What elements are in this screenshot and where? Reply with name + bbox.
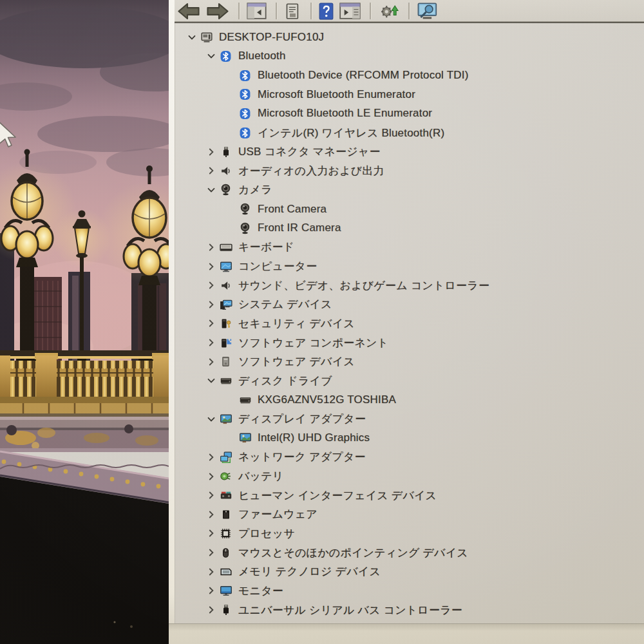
tree-item-label: ソフトウェア デバイス (238, 354, 355, 369)
security-key-icon (219, 317, 232, 330)
chevron-spacer (223, 431, 238, 444)
chevron-spacer (223, 393, 238, 406)
tree-item-label: コンピューター (238, 259, 317, 274)
window-left-pane-icon (247, 3, 267, 19)
chevron-right-icon[interactable] (204, 584, 219, 597)
bluetooth-icon (238, 107, 252, 120)
document-icon (284, 3, 301, 20)
update-driver-button[interactable] (378, 1, 399, 21)
toolbar-separator (408, 3, 410, 19)
bluetooth-icon (238, 69, 252, 82)
tree-item-microsoft-bluetooth-enumerator[interactable]: Microsoft Bluetooth Enumerator (175, 85, 644, 104)
chevron-down-icon[interactable] (184, 31, 200, 44)
chevron-right-icon[interactable] (204, 355, 219, 368)
bluetooth-icon (238, 88, 252, 101)
display-adapter-icon (219, 413, 232, 426)
chevron-spacer (223, 88, 238, 101)
tree-item-computer[interactable]: コンピューター (175, 257, 644, 276)
chevron-right-icon[interactable] (204, 565, 219, 578)
chevron-spacer (223, 222, 238, 234)
tree-item-universal-serial-bus-controllers[interactable]: ユニバーサル シリアル バス コントローラー (175, 600, 644, 620)
chevron-right-icon[interactable] (204, 336, 219, 349)
action-pane-button[interactable] (339, 1, 361, 21)
tree-item-batteries[interactable]: バッテリ (175, 467, 644, 486)
tree-item-processors[interactable]: プロセッサ (175, 524, 644, 544)
back-button[interactable] (177, 1, 200, 21)
tree-item-label: ヒューマン インターフェイス デバイス (238, 488, 437, 503)
tree-item-label: オーディオの入力および出力 (238, 164, 384, 178)
tree-item-intel-uhd-graphics[interactable]: Intel(R) UHD Graphics (175, 428, 644, 448)
chevron-right-icon[interactable] (204, 508, 219, 521)
memory-card-icon (219, 565, 232, 578)
tree-item-sound-video-game-controllers[interactable]: サウンド、ビデオ、およびゲーム コントローラー (175, 276, 644, 295)
help-button[interactable] (319, 1, 334, 21)
tree-item-disk-drives[interactable]: ディスク ドライブ (175, 372, 644, 391)
chevron-right-icon[interactable] (204, 260, 219, 273)
chevron-down-icon[interactable] (204, 184, 219, 196)
chevron-spacer (223, 126, 238, 139)
properties-button[interactable] (284, 1, 301, 21)
console-tree-button[interactable] (247, 1, 267, 21)
chevron-down-icon[interactable] (204, 374, 219, 387)
tree-item-label: バッテリ (238, 469, 283, 484)
chevron-spacer (223, 69, 238, 82)
tree-item-label: DESKTOP-FUFO10J (219, 31, 324, 44)
chevron-right-icon[interactable] (204, 241, 219, 254)
chevron-right-icon[interactable] (204, 146, 219, 158)
chevron-right-icon[interactable] (204, 164, 219, 177)
chevron-right-icon[interactable] (204, 279, 219, 292)
chevron-right-icon[interactable] (204, 451, 219, 464)
tree-item-human-interface-devices[interactable]: ヒューマン インターフェイス デバイス (175, 486, 644, 505)
chevron-right-icon[interactable] (204, 546, 219, 559)
tree-item-software-components[interactable]: ソフトウェア コンポーネント (175, 333, 644, 352)
tree-item-usb-connector-manager[interactable]: USB コネクタ マネージャー (175, 142, 644, 162)
tree-item-label: Front IR Camera (258, 222, 341, 234)
tree-item-microsoft-bluetooth-le-enumerator[interactable]: Microsoft Bluetooth LE Enumerator (175, 104, 644, 124)
tree-item-label: サウンド、ビデオ、およびゲーム コントローラー (238, 278, 489, 293)
webcam-icon (219, 184, 232, 196)
firmware-chip-icon (219, 508, 232, 521)
tree-item-bluetooth-device-rfcomm[interactable]: Bluetooth Device (RFCOMM Protocol TDI) (175, 66, 644, 85)
tree-item-monitors[interactable]: モニター (175, 582, 644, 601)
chevron-down-icon[interactable] (204, 413, 219, 426)
bluetooth-icon (238, 126, 252, 139)
hid-icon (219, 489, 232, 502)
tree-item-front-camera[interactable]: Front Camera (175, 200, 644, 219)
disk-drive-icon (219, 374, 232, 387)
tree-item-memory-technology-devices[interactable]: メモリ テクノロジ デバイス (175, 562, 644, 582)
tree-item-label: システム デバイス (238, 297, 332, 312)
device-manager-toolbar (175, 0, 644, 22)
tree-item-software-devices[interactable]: ソフトウェア デバイス (175, 352, 644, 372)
tree-item-label: Microsoft Bluetooth Enumerator (258, 88, 415, 101)
forward-arrow-icon (206, 3, 229, 20)
scan-hardware-button[interactable] (417, 1, 439, 21)
gear-green-arrow-icon (378, 2, 399, 20)
speaker-icon (219, 164, 232, 177)
tree-item-keyboard[interactable]: キーボード (175, 238, 644, 257)
chevron-right-icon[interactable] (204, 527, 219, 540)
tree-item-mice-pointing-devices[interactable]: マウスとそのほかのポインティング デバイス (175, 543, 644, 562)
tree-item-bluetooth[interactable]: Bluetooth (175, 47, 644, 66)
tree-item-network-adapters[interactable]: ネットワーク アダプター (175, 448, 644, 467)
chevron-down-icon[interactable] (204, 50, 219, 62)
chevron-right-icon[interactable] (204, 317, 219, 330)
tree-item-label: Bluetooth (238, 50, 286, 62)
chevron-right-icon[interactable] (204, 489, 219, 502)
tree-item-audio-inputs-outputs[interactable]: オーディオの入力および出力 (175, 161, 644, 180)
tree-item-intel-wireless-bluetooth[interactable]: インテル(R) ワイヤレス Bluetooth(R) (175, 123, 644, 142)
tree-item-kxg6aznv512g-toshiba[interactable]: KXG6AZNV512G TOSHIBA (175, 390, 644, 410)
chevron-right-icon[interactable] (204, 298, 219, 311)
tree-item-security-devices[interactable]: セキュリティ デバイス (175, 314, 644, 334)
window-right-pane-icon (339, 3, 361, 19)
tree-item-system-devices[interactable]: システム デバイス (175, 295, 644, 314)
tree-item-camera[interactable]: カメラ (175, 180, 644, 200)
tree-item-firmware[interactable]: ファームウェア (175, 505, 644, 524)
tree-item-display-adapters[interactable]: ディスプレイ アダプター (175, 410, 644, 429)
tree-item-front-ir-camera[interactable]: Front IR Camera (175, 218, 644, 238)
tree-item-label: マウスとそのほかのポインティング デバイス (238, 545, 468, 560)
chevron-right-icon[interactable] (204, 603, 219, 616)
chevron-right-icon[interactable] (204, 470, 219, 483)
forward-button[interactable] (206, 1, 229, 21)
computer-magnifier-icon (417, 2, 439, 21)
tree-item-desktop-fufo10j[interactable]: DESKTOP-FUFO10J (175, 28, 644, 47)
